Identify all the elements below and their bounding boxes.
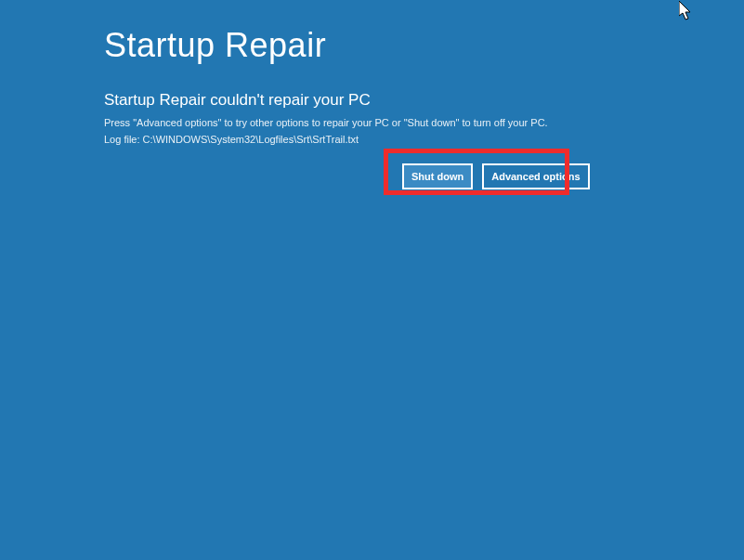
action-buttons: Shut down Advanced options — [393, 156, 599, 197]
instruction-text: Press "Advanced options" to try other op… — [104, 117, 744, 128]
shutdown-button[interactable]: Shut down — [402, 163, 473, 189]
log-file-path: Log file: C:\WINDOWS\System32\Logfiles\S… — [104, 134, 744, 145]
page-title: Startup Repair — [104, 26, 744, 65]
advanced-options-button[interactable]: Advanced options — [482, 163, 589, 189]
status-message: Startup Repair couldn't repair your PC — [104, 91, 744, 110]
